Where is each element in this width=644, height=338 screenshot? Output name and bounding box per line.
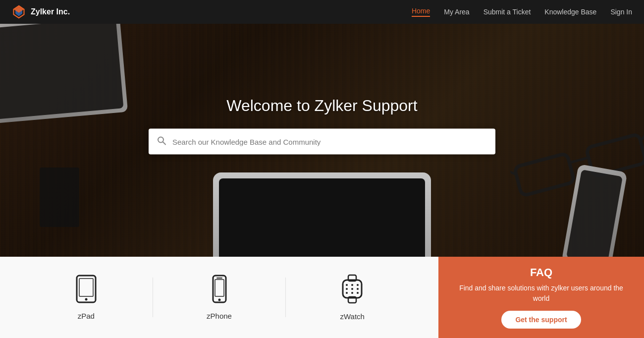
zwatch-icon	[340, 274, 365, 307]
svg-point-25	[357, 288, 359, 290]
nav-knowledge-base[interactable]: Knowledge Base	[544, 8, 596, 16]
zpad-label: zPad	[78, 312, 95, 320]
faq-description: Find and share solutions with zylker use…	[453, 283, 629, 304]
nav-links: Home My Area Submit a Ticket Knowledge B…	[412, 7, 632, 17]
tablet-decoration	[213, 172, 431, 257]
hero-section: Welcome to Zylker Support	[0, 24, 644, 257]
svg-rect-16	[215, 280, 224, 296]
svg-point-24	[351, 288, 353, 290]
svg-point-27	[351, 292, 353, 294]
brand-name: Zylker Inc.	[31, 7, 70, 16]
brand: Zylker Inc.	[12, 5, 70, 19]
svg-rect-15	[216, 278, 222, 279]
svg-point-26	[346, 292, 348, 294]
get-support-button[interactable]: Get the support	[501, 311, 581, 329]
zwatch-label: zWatch	[340, 312, 364, 321]
svg-point-22	[357, 284, 359, 286]
nav-sign-in[interactable]: Sign In	[610, 8, 632, 16]
products-section: zPad zPhone	[0, 257, 438, 338]
svg-point-23	[346, 288, 348, 290]
svg-line-9	[163, 142, 165, 144]
svg-point-20	[346, 284, 348, 286]
svg-rect-12	[79, 279, 93, 296]
bottom-section: zPad zPhone	[0, 257, 644, 338]
search-icon	[157, 135, 166, 148]
product-zpad[interactable]: zPad	[20, 275, 153, 320]
zphone-icon	[212, 275, 227, 307]
zpad-icon	[75, 275, 97, 307]
faq-section: FAQ Find and share solutions with zylker…	[438, 257, 644, 338]
search-bar	[149, 129, 495, 155]
hero-content: Welcome to Zylker Support	[149, 97, 495, 155]
hero-title: Welcome to Zylker Support	[149, 97, 495, 115]
nav-my-area[interactable]: My Area	[444, 8, 469, 16]
navbar: Zylker Inc. Home My Area Submit a Ticket…	[0, 0, 644, 24]
svg-rect-3	[514, 153, 575, 196]
logo-icon	[12, 5, 26, 19]
svg-point-21	[351, 284, 353, 286]
zphone-label: zPhone	[207, 312, 232, 320]
svg-line-5	[569, 158, 589, 163]
product-zwatch[interactable]: zWatch	[286, 274, 419, 321]
faq-title: FAQ	[530, 266, 552, 279]
svg-marker-2	[14, 6, 24, 13]
svg-point-14	[218, 299, 220, 301]
dark-object-decoration	[40, 168, 79, 227]
nav-home[interactable]: Home	[412, 7, 430, 17]
search-input[interactable]	[172, 137, 487, 146]
product-zphone[interactable]: zPhone	[153, 275, 286, 320]
svg-point-28	[357, 292, 359, 294]
laptop-decoration	[0, 24, 128, 124]
svg-point-11	[85, 298, 87, 301]
nav-submit-ticket[interactable]: Submit a Ticket	[483, 8, 531, 16]
